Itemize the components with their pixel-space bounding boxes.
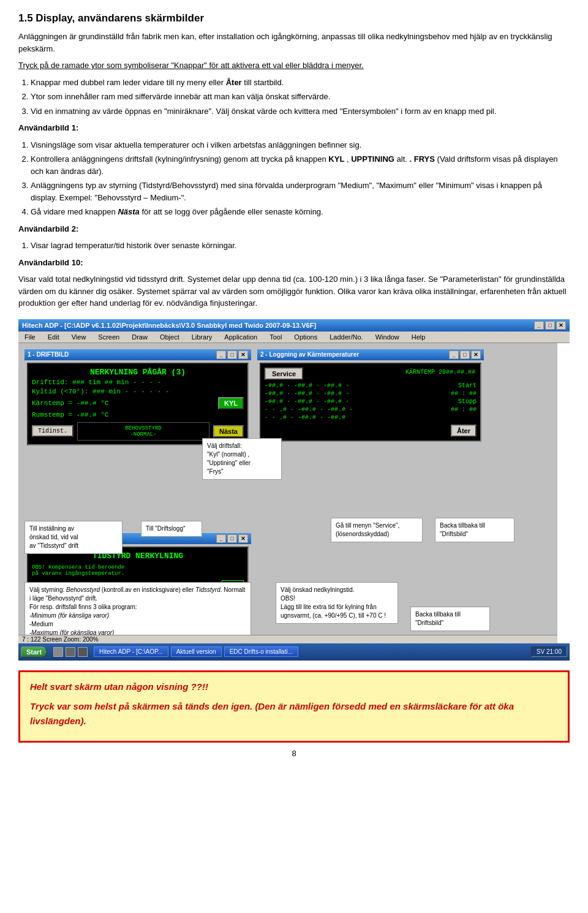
menu-bar: File Edit View Screen Draw Object Librar… — [18, 331, 570, 343]
taskbar-icons — [53, 647, 88, 657]
logg-close[interactable]: ✕ — [471, 350, 481, 359]
loggning-title: 2 - Loggning av Kärntemperaturer — [260, 351, 359, 358]
bottom-line2: Tryck var som helst på skärmen så tänds … — [30, 699, 558, 729]
behov-display: BEHOVSSTYRD-NORMAL- — [77, 422, 209, 441]
list-item-1: Knappar med dubbel ram leder vidare till… — [31, 77, 570, 89]
screenshot-container: Hitech ADP - [C:\ADP v6.1.1.02\Projekt\I… — [18, 319, 570, 661]
screenshot-wrapper: 1 - DRIFTBILD _ □ ✕ NERKYLNING PÅGÅR (3)… — [18, 343, 557, 643]
menu-library[interactable]: Library — [189, 333, 215, 341]
list-item-2: Ytor som innehåller ram med siffervärde … — [31, 91, 570, 103]
karntemp-header: KÄRNTEMP 20##.##.## — [404, 368, 477, 380]
anvandarbild1-list: Visningsläge som visar aktuella temperat… — [31, 139, 570, 218]
menu-view[interactable]: View — [69, 333, 89, 341]
anno-valj-styrning: Välj styrning: Behovsstyrd (kontroll.av … — [24, 582, 251, 641]
app-title: Hitech ADP - [C:\ADP v6.1.1.02\Projekt\I… — [22, 322, 316, 329]
taskbar-icon-1 — [53, 647, 63, 657]
taskbar-item-edc[interactable]: EDC Drifts-o installati... — [224, 646, 298, 657]
page-number: 8 — [18, 749, 570, 758]
rumstemp-row: Rumstemp = -##.# °C — [32, 411, 244, 419]
tidstyrd-minimize[interactable]: _ — [216, 534, 226, 543]
anno-valj-driftsfall: Välj driftsfall: "Kyl" (normalt) , "Uppt… — [202, 438, 282, 480]
driftbild-window: 1 - DRIFTBILD _ □ ✕ NERKYLNING PÅGÅR (3)… — [24, 349, 251, 448]
logg-minimize[interactable]: _ — [449, 350, 459, 359]
tidstyrd-close[interactable]: ✕ — [238, 534, 248, 543]
driftbild-row-3: Kyltid (<70°): ### min · · · · · · — [32, 388, 244, 395]
kyl-button[interactable]: KYL — [218, 397, 244, 409]
page-heading: 1.5 Display, användarens skärmbilder — [18, 12, 570, 25]
taskbar-item-hitech[interactable]: Hitech ADP - [C:\AOP... — [94, 646, 168, 657]
status-bar: 7 : 122 Screen Zoom: 200% — [18, 635, 557, 643]
menu-tool[interactable]: Tool — [267, 333, 284, 341]
driftbild-content: NERKYLNING PÅGÅR (3) Drifttid: ### tim #… — [27, 363, 249, 445]
anvandarbild1-item-4: Gå vidare med knappen Nästa för att se l… — [31, 206, 570, 218]
anvandarbild10-para: Visar vald total nedkylningstid vid tids… — [18, 273, 570, 309]
menu-application[interactable]: Application — [222, 333, 260, 341]
bottom-warning: Helt svart skärm utan någon visning ??!!… — [18, 670, 570, 743]
driftbild-title: 1 - DRIFTBILD — [28, 351, 69, 358]
taskbar: Start Hitech ADP - [C:\AOP... Aktuell ve… — [18, 643, 570, 661]
anno-backa-driftsbild: Backa tillbaka till "Driftsbild" — [435, 518, 514, 542]
driftbild-maximize[interactable]: □ — [227, 350, 237, 359]
tidstyrd-maximize[interactable]: □ — [227, 534, 237, 543]
menu-window[interactable]: Window — [373, 333, 402, 341]
menu-object[interactable]: Object — [157, 333, 182, 341]
underline-para: Tryck på de ramade ytor som symboliserar… — [18, 59, 570, 72]
taskbar-start-button[interactable]: Start — [21, 646, 47, 657]
anvandarbild2-heading: Användarbild 2: — [18, 223, 570, 235]
driftbild-row-2: Drifttid: ### tim ## min · · · · — [32, 379, 244, 386]
anvandarbild2-list: Visar lagrad temperatur/tid historik öve… — [31, 240, 570, 252]
titlebar-buttons: _ □ ✕ — [534, 321, 566, 330]
logg-row-2: -##.# · -##.# · -##.# · ## : ## — [265, 390, 477, 397]
bottom-line1: Helt svart skärm utan någon visning ??!! — [30, 680, 558, 694]
driftbild-close[interactable]: ✕ — [238, 350, 248, 359]
instructions-list: Knappar med dubbel ram leder vidare till… — [31, 77, 570, 118]
tidstyrd-obs: OBS! Kompensera tid beroendepå varans in… — [32, 564, 244, 577]
ater2-button[interactable]: Åter — [451, 425, 477, 437]
anno-till-driftslogg: Till "Driftslogg" — [141, 521, 202, 537]
driftbild-titlebar: 1 - DRIFTBILD _ □ ✕ — [24, 349, 251, 360]
logg-maximize[interactable]: □ — [460, 350, 470, 359]
loggning-titlebar: 2 - Loggning av Kärntemperaturer _ □ ✕ — [257, 349, 484, 360]
list-item-3: Vid en inmatning av värde öppnas en "min… — [31, 105, 570, 118]
anvandarbild1-item-3: Anläggningens typ av styrning (Tidstyrd/… — [31, 180, 570, 203]
status-text: 7 : 122 Screen Zoom: 200% — [22, 636, 99, 643]
anno-backa-driftsbild2: Backa tillbaka till "Driftsbild" — [410, 607, 490, 631]
driftbild-row-1: NERKYLNING PÅGÅR (3) — [32, 368, 244, 377]
anno-ga-service: Gå till menyn "Service", (lösenordsskydd… — [331, 518, 423, 542]
logg-row-5: · · .# · -##.# · -##.# — [265, 414, 477, 421]
taskbar-clock: SV 21:00 — [531, 646, 567, 657]
menu-help[interactable]: Help — [409, 333, 428, 341]
loggning-window: 2 - Loggning av Kärntemperaturer _ □ ✕ S… — [257, 349, 484, 444]
app-titlebar: Hitech ADP - [C:\ADP v6.1.1.02\Projekt\I… — [18, 319, 570, 331]
menu-file[interactable]: File — [22, 333, 38, 341]
anvandarbild2-item-1: Visar lagrad temperatur/tid historik öve… — [31, 240, 570, 252]
menu-screen[interactable]: Screen — [96, 333, 122, 341]
tidinst-button[interactable]: Tidinst. — [32, 425, 74, 437]
anvandarbild1-item-1: Visningsläge som visar aktuella temperat… — [31, 139, 570, 151]
menu-draw[interactable]: Draw — [129, 333, 150, 341]
anvandarbild1-heading: Användarbild 1: — [18, 122, 570, 134]
menu-edit[interactable]: Edit — [45, 333, 62, 341]
underline-text: Tryck på de ramade ytor som symboliserar… — [18, 61, 364, 70]
menu-ladder[interactable]: Ladder/No. — [327, 333, 365, 341]
anno-valj-nedkyltid: Välj önskad nedkylningstid. OBS! Lägg ti… — [276, 582, 398, 624]
logg-row-4: · · .# · -##.# · -##.# · ## : ## — [265, 406, 477, 413]
close-button[interactable]: ✕ — [556, 321, 566, 330]
logg-row-3: -##.# · -##.# · -##.# · Stopp — [265, 398, 477, 405]
karntemp-row: Kärntemp = -##.# °C — [32, 400, 108, 407]
maximize-button[interactable]: □ — [545, 321, 555, 330]
service-button[interactable]: Service — [265, 368, 303, 380]
taskbar-icon-2 — [66, 647, 75, 657]
anno-till-inst: Till inställning av önskad tid, vid val … — [24, 521, 123, 554]
menu-options[interactable]: Options — [292, 333, 320, 341]
intro-para: Anläggningen är grundinställd från fabri… — [18, 31, 570, 55]
nasta-button[interactable]: Nästa — [213, 425, 244, 438]
loggning-content: Service KÄRNTEMP 20##.##.## -##.# · -##.… — [260, 363, 481, 442]
anvandarbild1-item-2: Kontrollera anläggningens driftsfall (ky… — [31, 153, 570, 177]
taskbar-item-aktuell[interactable]: Aktuell version — [171, 646, 222, 657]
logg-row-1: -##.# · -##.# · -##.# · Start — [265, 382, 477, 389]
minimize-button[interactable]: _ — [534, 321, 544, 330]
driftbild-minimize[interactable]: _ — [216, 350, 226, 359]
anvandarbild10-heading: Användarbild 10: — [18, 257, 570, 269]
taskbar-icon-3 — [78, 647, 88, 657]
